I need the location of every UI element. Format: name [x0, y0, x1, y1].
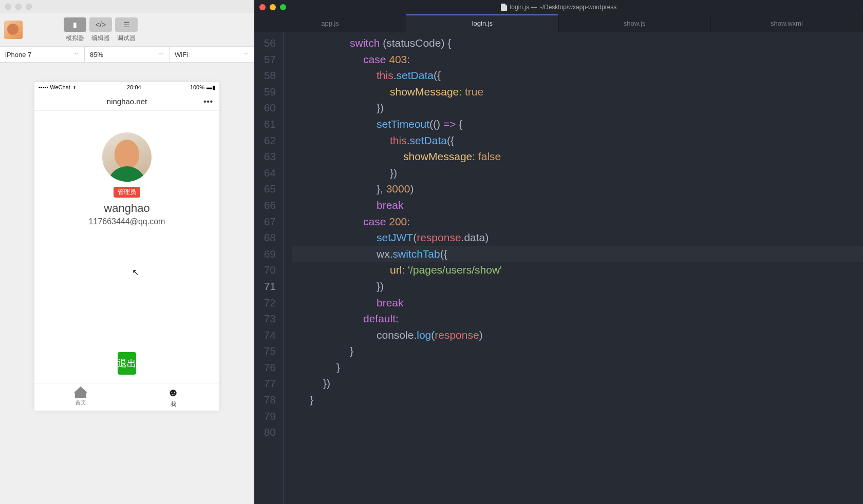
devtools-toolbar: ▮ 模拟器 </> 编辑器 ☰ 调试器 — [0, 13, 254, 46]
editor-tab-show-js[interactable]: show.js — [559, 14, 711, 32]
sliders-icon: ☰ — [115, 17, 138, 32]
editor-mode-button[interactable]: </> 编辑器 — [89, 17, 112, 43]
close-traffic-light[interactable] — [5, 4, 11, 10]
simulator-label: 模拟器 — [66, 34, 84, 43]
code-content[interactable]: switch (statusCode) {case 403:this.setDa… — [292, 32, 863, 504]
debugger-label: 调试器 — [117, 34, 136, 43]
phone-nav-bar: ninghao.net ••• — [34, 92, 219, 111]
chevron-down-icon: ﹀ — [159, 51, 164, 58]
wifi-icon: ᯤ — [72, 84, 78, 90]
tab-me[interactable]: ☻ 我 — [127, 383, 219, 411]
devtools-titlebar — [0, 0, 254, 13]
editor-tabs: app.jslogin.jsshow.jsshow.wxml — [254, 14, 863, 32]
chevron-down-icon: ﹀ — [243, 51, 249, 58]
simulator-viewport: ••••• WeChatᯤ 20:04 100%▬▮ ninghao.net •… — [0, 63, 254, 504]
window-title-text: login.js — ~/Desktop/wxapp-wordpress — [510, 4, 617, 11]
editor-titlebar: login.js — ~/Desktop/wxapp-wordpress — [254, 0, 863, 14]
editor-tab-app-js[interactable]: app.js — [254, 14, 406, 32]
simulator-options-row: iPhone 7﹀ 85%﹀ WiFi﹀ — [0, 46, 254, 63]
email-text: 117663444@qq.com — [89, 217, 165, 226]
wechat-devtools-window: ▮ 模拟器 </> 编辑器 ☰ 调试器 iPhone 7﹀ 85%﹀ WiFi﹀… — [0, 0, 254, 504]
carrier-text: ••••• WeChat — [39, 84, 70, 90]
editor-label: 编辑器 — [91, 34, 110, 43]
user-avatar-thumb[interactable] — [4, 21, 23, 39]
clock-text: 20:04 — [127, 84, 141, 90]
line-number-gutter: 5657585960616263646566676869707172737475… — [254, 32, 283, 504]
window-title: login.js — ~/Desktop/wxapp-wordpress — [501, 4, 617, 11]
username-text: wanghao — [104, 202, 149, 215]
chevron-down-icon: ﹀ — [74, 51, 79, 58]
file-icon — [501, 4, 507, 11]
phone-tabbar: 首页 ☻ 我 — [34, 383, 219, 411]
code-editor-window: login.js — ~/Desktop/wxapp-wordpress app… — [254, 0, 863, 504]
close-traffic-light[interactable] — [259, 4, 266, 10]
battery-text: 100% — [190, 84, 204, 90]
minimize-traffic-light[interactable] — [270, 4, 276, 10]
code-editor[interactable]: 5657585960616263646566676869707172737475… — [254, 32, 863, 504]
home-icon — [75, 387, 86, 398]
phone-status-bar: ••••• WeChatᯤ 20:04 100%▬▮ — [34, 82, 219, 92]
battery-icon: ▬▮ — [207, 84, 215, 91]
editor-tab-login-js[interactable]: login.js — [406, 14, 558, 32]
code-icon: </> — [89, 17, 112, 32]
phone-frame: ••••• WeChatᯤ 20:04 100%▬▮ ninghao.net •… — [34, 82, 219, 411]
network-select-value: WiFi — [175, 51, 188, 59]
device-select[interactable]: iPhone 7﹀ — [0, 47, 85, 62]
phone-icon: ▮ — [64, 17, 86, 32]
network-select[interactable]: WiFi﹀ — [170, 47, 254, 62]
page-title: ninghao.net — [107, 97, 147, 106]
role-badge: 管理员 — [114, 187, 140, 198]
zoom-traffic-light[interactable] — [280, 4, 286, 10]
editor-tab-show-wxml[interactable]: show.wxml — [711, 14, 863, 32]
simulator-mode-button[interactable]: ▮ 模拟器 — [64, 17, 86, 43]
tab-home-label: 首页 — [75, 399, 86, 406]
fold-column — [283, 32, 292, 504]
zoom-traffic-light[interactable] — [26, 4, 32, 10]
mouse-cursor-icon: ↖ — [132, 267, 139, 277]
logout-button[interactable]: 退出 — [118, 352, 136, 375]
zoom-select-value: 85% — [90, 51, 103, 59]
zoom-select[interactable]: 85%﹀ — [85, 47, 170, 62]
more-icon[interactable]: ••• — [203, 97, 213, 106]
phone-content: 管理员 wanghao 117663444@qq.com ↖ 退出 — [34, 111, 219, 383]
debugger-mode-button[interactable]: ☰ 调试器 — [115, 17, 138, 43]
minimize-traffic-light[interactable] — [15, 4, 22, 10]
tab-home[interactable]: 首页 — [34, 383, 127, 411]
tab-me-label: 我 — [171, 400, 176, 408]
person-icon: ☻ — [167, 386, 179, 399]
device-select-value: iPhone 7 — [5, 51, 31, 59]
user-avatar[interactable] — [102, 132, 152, 182]
